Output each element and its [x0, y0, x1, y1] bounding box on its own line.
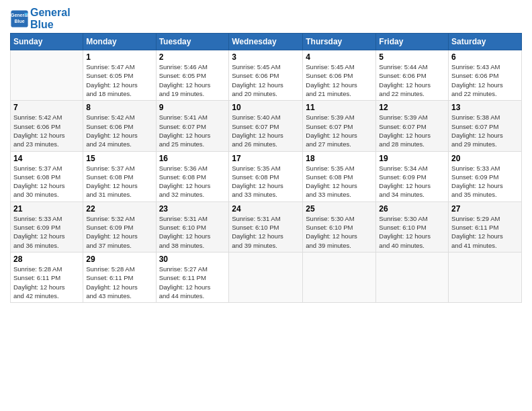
day-number: 28 [13, 255, 80, 264]
day-number: 29 [86, 255, 152, 264]
day-info: Sunrise: 5:47 AM Sunset: 6:05 PM Dayligh… [86, 62, 152, 98]
week-row-1: 1Sunrise: 5:47 AM Sunset: 6:05 PM Daylig… [11, 50, 522, 101]
calendar-cell: 20Sunrise: 5:33 AM Sunset: 6:09 PM Dayli… [449, 151, 522, 201]
column-header-friday: Friday [376, 34, 449, 50]
calendar-cell: 30Sunrise: 5:27 AM Sunset: 6:11 PM Dayli… [156, 252, 229, 302]
calendar-cell [449, 252, 522, 302]
day-number: 21 [13, 204, 80, 214]
day-info: Sunrise: 5:29 AM Sunset: 6:11 PM Dayligh… [451, 214, 519, 250]
day-number: 23 [159, 204, 226, 214]
day-number: 8 [86, 103, 152, 112]
day-number: 27 [451, 204, 519, 214]
day-number: 22 [86, 204, 152, 214]
column-header-wednesday: Wednesday [229, 34, 303, 50]
week-row-3: 14Sunrise: 5:37 AM Sunset: 6:08 PM Dayli… [11, 151, 522, 201]
logo-text: General Blue [30, 7, 71, 30]
logo: General Blue General Blue [10, 7, 71, 30]
day-info: Sunrise: 5:28 AM Sunset: 6:11 PM Dayligh… [13, 265, 80, 300]
calendar-cell: 19Sunrise: 5:34 AM Sunset: 6:09 PM Dayli… [376, 151, 449, 201]
day-number: 2 [159, 52, 226, 62]
day-info: Sunrise: 5:35 AM Sunset: 6:08 PM Dayligh… [232, 164, 300, 199]
day-info: Sunrise: 5:27 AM Sunset: 6:11 PM Dayligh… [159, 265, 226, 300]
calendar-cell: 23Sunrise: 5:31 AM Sunset: 6:10 PM Dayli… [156, 201, 229, 252]
calendar-cell: 25Sunrise: 5:30 AM Sunset: 6:10 PM Dayli… [303, 201, 376, 252]
calendar-cell: 14Sunrise: 5:37 AM Sunset: 6:08 PM Dayli… [11, 151, 83, 201]
calendar-cell: 21Sunrise: 5:33 AM Sunset: 6:09 PM Dayli… [11, 201, 83, 252]
column-header-sunday: Sunday [11, 34, 83, 50]
day-number: 15 [86, 154, 152, 163]
logo-blue: Blue [30, 19, 54, 30]
day-number: 25 [306, 204, 373, 214]
day-number: 17 [232, 154, 300, 163]
page-container: General Blue General Blue SundayMondayTu… [0, 0, 532, 310]
day-number: 12 [379, 103, 445, 112]
calendar-cell: 6Sunrise: 5:43 AM Sunset: 6:06 PM Daylig… [449, 50, 522, 101]
day-info: Sunrise: 5:32 AM Sunset: 6:09 PM Dayligh… [86, 214, 152, 250]
day-number: 19 [379, 154, 445, 163]
header: General Blue General Blue [10, 7, 522, 30]
day-number: 9 [159, 103, 226, 112]
day-info: Sunrise: 5:33 AM Sunset: 6:09 PM Dayligh… [13, 214, 80, 250]
day-info: Sunrise: 5:30 AM Sunset: 6:10 PM Dayligh… [306, 214, 373, 250]
day-number: 6 [451, 52, 519, 62]
day-info: Sunrise: 5:39 AM Sunset: 6:07 PM Dayligh… [306, 113, 373, 148]
day-number: 11 [306, 103, 373, 112]
week-row-4: 21Sunrise: 5:33 AM Sunset: 6:09 PM Dayli… [11, 201, 522, 252]
calendar-cell: 24Sunrise: 5:31 AM Sunset: 6:10 PM Dayli… [229, 201, 303, 252]
day-number: 30 [159, 255, 226, 264]
calendar-cell: 3Sunrise: 5:45 AM Sunset: 6:06 PM Daylig… [229, 50, 303, 101]
logo-icon: General Blue [10, 9, 29, 28]
day-info: Sunrise: 5:43 AM Sunset: 6:06 PM Dayligh… [451, 62, 519, 98]
calendar-cell [229, 252, 303, 302]
day-info: Sunrise: 5:30 AM Sunset: 6:10 PM Dayligh… [379, 214, 445, 250]
day-info: Sunrise: 5:45 AM Sunset: 6:06 PM Dayligh… [232, 62, 300, 98]
calendar-cell: 2Sunrise: 5:46 AM Sunset: 6:05 PM Daylig… [156, 50, 229, 101]
column-header-monday: Monday [83, 34, 156, 50]
header-row: SundayMondayTuesdayWednesdayThursdayFrid… [11, 34, 522, 50]
day-number: 18 [306, 154, 373, 163]
day-info: Sunrise: 5:42 AM Sunset: 6:06 PM Dayligh… [86, 113, 152, 148]
day-info: Sunrise: 5:37 AM Sunset: 6:08 PM Dayligh… [86, 164, 152, 199]
day-info: Sunrise: 5:44 AM Sunset: 6:06 PM Dayligh… [379, 62, 445, 98]
calendar-table: SundayMondayTuesdayWednesdayThursdayFrid… [10, 33, 522, 303]
calendar-cell [11, 50, 83, 101]
day-info: Sunrise: 5:36 AM Sunset: 6:08 PM Dayligh… [159, 164, 226, 199]
day-info: Sunrise: 5:34 AM Sunset: 6:09 PM Dayligh… [379, 164, 445, 199]
day-info: Sunrise: 5:37 AM Sunset: 6:08 PM Dayligh… [13, 164, 80, 199]
calendar-body: 1Sunrise: 5:47 AM Sunset: 6:05 PM Daylig… [11, 50, 522, 303]
day-number: 13 [451, 103, 519, 112]
day-info: Sunrise: 5:46 AM Sunset: 6:05 PM Dayligh… [159, 62, 226, 98]
week-row-2: 7Sunrise: 5:42 AM Sunset: 6:06 PM Daylig… [11, 101, 522, 151]
day-info: Sunrise: 5:31 AM Sunset: 6:10 PM Dayligh… [232, 214, 300, 250]
logo-general: General [30, 7, 71, 18]
column-header-thursday: Thursday [303, 34, 376, 50]
week-row-5: 28Sunrise: 5:28 AM Sunset: 6:11 PM Dayli… [11, 252, 522, 302]
column-header-saturday: Saturday [449, 34, 522, 50]
day-info: Sunrise: 5:28 AM Sunset: 6:11 PM Dayligh… [86, 265, 152, 300]
day-number: 7 [13, 103, 80, 112]
column-header-tuesday: Tuesday [156, 34, 229, 50]
calendar-cell: 9Sunrise: 5:41 AM Sunset: 6:07 PM Daylig… [156, 101, 229, 151]
day-number: 5 [379, 52, 445, 62]
day-number: 4 [306, 52, 373, 62]
day-number: 20 [451, 154, 519, 163]
calendar-cell [303, 252, 376, 302]
day-number: 1 [86, 52, 152, 62]
calendar-cell: 17Sunrise: 5:35 AM Sunset: 6:08 PM Dayli… [229, 151, 303, 201]
day-number: 10 [232, 103, 300, 112]
calendar-cell: 18Sunrise: 5:35 AM Sunset: 6:08 PM Dayli… [303, 151, 376, 201]
day-info: Sunrise: 5:33 AM Sunset: 6:09 PM Dayligh… [451, 164, 519, 199]
calendar-cell: 7Sunrise: 5:42 AM Sunset: 6:06 PM Daylig… [11, 101, 83, 151]
day-info: Sunrise: 5:39 AM Sunset: 6:07 PM Dayligh… [379, 113, 445, 148]
calendar-cell: 4Sunrise: 5:45 AM Sunset: 6:06 PM Daylig… [303, 50, 376, 101]
calendar-cell: 10Sunrise: 5:40 AM Sunset: 6:07 PM Dayli… [229, 101, 303, 151]
calendar-cell [376, 252, 449, 302]
svg-text:Blue: Blue [14, 18, 24, 23]
day-number: 3 [232, 52, 300, 62]
day-number: 26 [379, 204, 445, 214]
calendar-cell: 8Sunrise: 5:42 AM Sunset: 6:06 PM Daylig… [83, 101, 156, 151]
day-info: Sunrise: 5:42 AM Sunset: 6:06 PM Dayligh… [13, 113, 80, 148]
day-info: Sunrise: 5:35 AM Sunset: 6:08 PM Dayligh… [306, 164, 373, 199]
calendar-cell: 15Sunrise: 5:37 AM Sunset: 6:08 PM Dayli… [83, 151, 156, 201]
calendar-cell: 28Sunrise: 5:28 AM Sunset: 6:11 PM Dayli… [11, 252, 83, 302]
